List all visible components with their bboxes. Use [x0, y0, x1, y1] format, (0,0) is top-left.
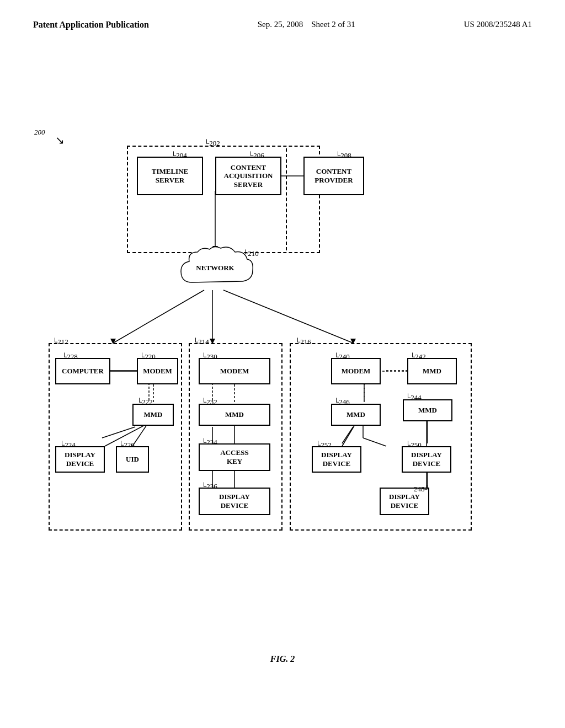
publication-type: Patent Application Publication	[33, 20, 149, 30]
ref-252: └252	[316, 441, 332, 449]
ref-248: 248┘	[414, 485, 430, 494]
ref-202: └202	[204, 139, 220, 148]
ref-226: └226	[119, 441, 135, 449]
ref-232: └232	[201, 398, 217, 406]
mmd2-box: MMD	[199, 404, 270, 426]
figure-caption: FIG. 2	[270, 654, 295, 664]
ref-246: └246	[334, 398, 350, 406]
access-key-box: ACCESS KEY	[199, 443, 270, 471]
ref-228: └228	[62, 352, 78, 361]
content-acq-server-box: CONTENT ACQUISITION SERVER	[215, 157, 281, 195]
display1-box: DISPLAY DEVICE	[55, 446, 105, 473]
uid-box: UID	[116, 446, 149, 473]
content-provider-box: CONTENT PROVIDER	[303, 157, 364, 195]
timeline-server-box: TIMELINE SERVER	[137, 157, 203, 195]
ref-230: └230	[201, 352, 217, 361]
svg-line-3	[223, 290, 353, 343]
ref-200: 200	[34, 128, 45, 137]
ref-220: └220	[140, 352, 156, 361]
ref-206: └206	[248, 151, 264, 160]
mmd5-box: MMD	[403, 399, 452, 421]
computer-box: COMPUTER	[55, 358, 110, 384]
mmd3-box: MMD	[407, 358, 457, 384]
modem3-box: MODEM	[331, 358, 381, 384]
ref-204: └204	[171, 151, 187, 160]
divider-line	[286, 148, 287, 250]
page-header: Patent Application Publication Sep. 25, …	[0, 0, 565, 30]
mmd4-box: MMD	[331, 404, 381, 426]
svg-line-1	[113, 290, 204, 343]
modem2-box: MODEM	[199, 358, 270, 384]
svg-text:NETWORK: NETWORK	[196, 264, 234, 272]
ref-224: └224	[60, 441, 76, 449]
ref-236: └236	[201, 482, 217, 491]
ref-208: └208	[335, 151, 351, 160]
ref-234: └234	[201, 438, 217, 447]
mmd1-box: MMD	[132, 404, 174, 426]
modem1-box: MODEM	[137, 358, 178, 384]
display2-box: DISPLAY DEVICE	[199, 488, 270, 515]
ref-214: └214	[193, 338, 209, 346]
display4-box: DISPLAY DEVICE	[402, 446, 451, 473]
ref-216: └216	[295, 338, 311, 346]
ref-240: └240	[334, 352, 350, 361]
ref-250: └250	[406, 441, 422, 449]
ref-244: └244	[406, 393, 422, 402]
display3-box: DISPLAY DEVICE	[312, 446, 361, 473]
diagram-area: 200 ↘ └202 TIMELINE SERVER └204 CONTENT …	[0, 35, 565, 681]
arrow-200: ↘	[55, 133, 65, 147]
publication-date-sheet: Sep. 25, 2008 Sheet 2 of 31	[258, 20, 355, 29]
ref-210: └210	[243, 249, 259, 258]
ref-222: └222	[137, 398, 153, 406]
patent-number: US 2008/235248 A1	[464, 20, 532, 29]
ref-212: └212	[52, 338, 68, 346]
ref-242: └242	[410, 352, 426, 361]
